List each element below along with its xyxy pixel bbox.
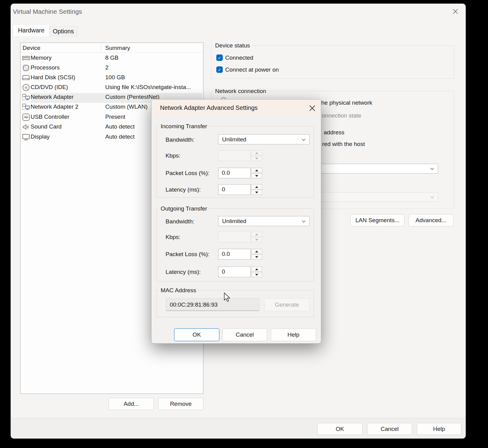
usb-icon — [22, 113, 30, 121]
packet-loss-label: Packet Loss (%): — [166, 170, 210, 177]
spinner-up-button[interactable] — [251, 184, 262, 189]
modal-title: Network Adapter Advanced Settings — [160, 99, 258, 116]
spinner-down-button[interactable] — [251, 190, 262, 195]
device-summary: Present — [105, 114, 125, 120]
outgoing-bandwidth-value: Unlimited — [222, 218, 246, 225]
arrow-down-icon — [255, 158, 258, 159]
incoming-packet-loss-input[interactable]: 0.0 — [218, 168, 251, 178]
memory-icon — [22, 54, 30, 62]
device-summary: Auto detect — [105, 133, 135, 140]
device-name: Sound Card — [31, 123, 61, 130]
mac-address-input[interactable]: 00:0C:29:81:86:93 — [166, 298, 259, 311]
outgoing-latency-value: 0 — [222, 268, 225, 275]
tab-options[interactable]: Options — [50, 26, 77, 36]
arrow-down-icon — [255, 175, 258, 177]
outgoing-packet-loss-input[interactable]: 0.0 — [218, 249, 251, 259]
cancel-button-label: Cancel — [381, 426, 399, 432]
help-button-label: Help — [433, 426, 445, 432]
remove-button[interactable]: Remove — [158, 398, 203, 410]
chevron-down-icon — [302, 219, 306, 223]
network-adapter-icon — [22, 103, 30, 111]
screen: Virtual Machine Settings Hardware Option… — [0, 0, 488, 448]
arrow-down-icon — [255, 192, 258, 193]
modal-cancel-button[interactable]: Cancel — [222, 328, 267, 341]
arrow-up-icon — [255, 186, 258, 188]
network-connection-group-title: Network connection — [214, 88, 268, 95]
outgoing-transfer-group-title: Outgoing Transfer — [159, 205, 209, 212]
display-icon — [22, 133, 30, 141]
check-icon: ✓ — [218, 67, 222, 72]
device-name: Network Adapter 2 — [31, 103, 78, 110]
tab-hardware[interactable]: Hardware — [13, 24, 50, 36]
incoming-bandwidth-select[interactable]: Unlimited — [218, 134, 310, 144]
spinner-up-button[interactable] — [251, 267, 262, 272]
device-name: CD/DVD (IDE) — [31, 84, 68, 91]
header-divider — [20, 52, 203, 53]
latency-label: Latency (ms): — [166, 186, 201, 193]
modal-ok-button[interactable]: OK — [174, 328, 219, 341]
outgoing-bandwidth-select[interactable]: Unlimited — [218, 216, 310, 226]
column-header-device: Device — [23, 45, 40, 51]
processor-icon — [22, 64, 30, 72]
device-status-group — [211, 45, 454, 79]
spinner-down-button[interactable] — [251, 254, 262, 259]
network-option-fragment: he physical network — [321, 99, 372, 106]
arrow-up-icon — [255, 233, 258, 235]
device-summary: Using file K:\ISOs\netgate-insta... — [105, 84, 191, 91]
device-status-group-title: Device status — [214, 42, 251, 49]
spinner-up-button — [251, 150, 262, 155]
device-summary: 2 — [105, 64, 109, 71]
device-name: Display — [31, 133, 50, 140]
chevron-down-icon — [430, 195, 434, 199]
close-icon[interactable] — [309, 105, 316, 112]
incoming-kbps-input — [218, 150, 251, 161]
lan-segments-button-label: LAN Segments... — [356, 217, 400, 224]
device-name: Processors — [31, 64, 60, 71]
chevron-down-icon — [430, 167, 434, 171]
cd-dvd-icon — [22, 84, 30, 91]
spinner-up-button[interactable] — [251, 249, 262, 254]
add-button[interactable]: Add... — [109, 398, 154, 410]
arrow-down-icon — [255, 274, 258, 276]
outgoing-kbps-input — [218, 232, 251, 242]
window-title: Virtual Machine Settings — [13, 8, 82, 15]
connect-at-power-on-checkbox[interactable]: ✓ — [216, 66, 223, 73]
incoming-bandwidth-value: Unlimited — [222, 136, 246, 143]
sound-icon — [22, 123, 30, 131]
spinner-down-button[interactable] — [251, 173, 262, 178]
spinner-down-button[interactable] — [251, 272, 262, 277]
connect-at-power-on-checkbox-label[interactable]: Connect at power on — [225, 66, 279, 73]
network-option-fragment: address — [324, 129, 345, 136]
network-adapter-icon — [22, 93, 30, 101]
help-button[interactable]: Help — [417, 423, 461, 435]
spinner-up-button[interactable] — [251, 168, 262, 173]
connected-checkbox[interactable]: ✓ — [216, 54, 223, 61]
modal-ok-button-label: OK — [192, 331, 201, 338]
incoming-latency-input[interactable]: 0 — [218, 184, 251, 195]
device-name: USB Controller — [31, 114, 69, 120]
tab-options-label: Options — [53, 28, 74, 35]
arrow-up-icon — [255, 268, 258, 270]
ok-button[interactable]: OK — [317, 423, 363, 435]
device-name: Hard Disk (SCSI) — [31, 74, 75, 81]
modal-cancel-button-label: Cancel — [236, 331, 254, 338]
cancel-button[interactable]: Cancel — [367, 423, 412, 435]
check-icon: ✓ — [218, 55, 222, 60]
connected-checkbox-label[interactable]: Connected — [225, 54, 253, 61]
device-name: Memory — [31, 54, 52, 61]
advanced-button[interactable]: Advanced... — [408, 214, 453, 226]
mac-address-value: 00:0C:29:81:86:93 — [170, 301, 218, 308]
packet-loss-label: Packet Loss (%): — [166, 251, 210, 258]
hard-disk-icon — [22, 74, 30, 82]
network-option-fragment: red with the host — [322, 141, 365, 147]
incoming-packet-loss-value: 0.0 — [222, 170, 230, 176]
spinner-down-button — [251, 156, 262, 161]
outgoing-latency-input[interactable]: 0 — [218, 267, 251, 277]
device-name: Network Adapter — [31, 94, 73, 100]
modal-help-button-label: Help — [287, 331, 299, 338]
chevron-down-icon — [302, 138, 306, 142]
generate-button-label: Generate — [275, 301, 299, 308]
modal-help-button[interactable]: Help — [271, 328, 316, 341]
lan-segments-button[interactable]: LAN Segments... — [350, 214, 404, 226]
close-icon[interactable] — [452, 8, 459, 15]
